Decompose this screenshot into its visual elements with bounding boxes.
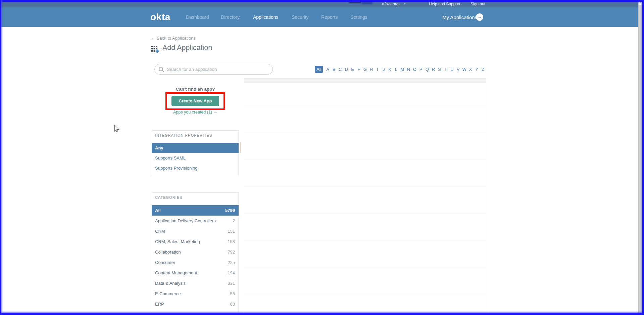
alphabet-letter[interactable]: V	[455, 67, 461, 72]
main-navbar: okta Dashboard Directory Applications Se…	[0, 7, 644, 27]
cant-find-app-heading: Can't find an app?	[152, 87, 239, 92]
category-all[interactable]: 5799All	[152, 205, 239, 216]
nav-item-security[interactable]: Security	[292, 14, 309, 20]
alphabet-letter[interactable]: Z	[480, 67, 486, 72]
filter-sidebar: INTEGRATION PROPERTIES Any Supports SAML…	[152, 130, 239, 315]
window-frame	[0, 313, 644, 315]
faded-app-list	[244, 83, 486, 315]
alphabet-letter[interactable]: N	[405, 67, 412, 72]
search-icon	[158, 66, 164, 73]
nav-item-dashboard[interactable]: Dashboard	[186, 14, 209, 20]
integration-properties-header: INTEGRATION PROPERTIES	[152, 131, 238, 143]
alphabet-letter[interactable]: U	[449, 67, 455, 72]
alphabet-letter[interactable]: R	[430, 67, 437, 72]
alphabet-letter[interactable]: G	[362, 67, 368, 72]
nav-item-reports[interactable]: Reports	[321, 14, 338, 20]
alphabet-letter[interactable]: B	[331, 67, 337, 72]
window-frame	[642, 0, 644, 315]
okta-logo[interactable]: okta	[150, 12, 170, 22]
filter-supports-saml[interactable]: Supports SAML	[152, 153, 238, 163]
caret-down-icon[interactable]: ▾	[404, 2, 406, 5]
alphabet-letter[interactable]: H	[368, 67, 375, 72]
okta-add-application-page: n2ws-org- ▾ Help and Support Sign out ok…	[0, 0, 644, 315]
back-link-label: Back to Applications	[157, 36, 196, 41]
alphabet-letter[interactable]: M	[399, 67, 405, 72]
alphabet-filter-all[interactable]: All	[315, 66, 323, 73]
category-row[interactable]: 55E-Commerce	[152, 288, 238, 299]
window-frame	[0, 0, 644, 2]
my-applications-link[interactable]: My Applications	[442, 14, 477, 20]
help-and-support-link[interactable]: Help and Support	[429, 2, 460, 6]
alphabet-letter[interactable]: Y	[474, 67, 480, 72]
nav-item-applications[interactable]: Applications	[253, 14, 279, 20]
alphabet-letter[interactable]: X	[467, 67, 474, 72]
category-row[interactable]: 792Collaboration	[152, 247, 238, 257]
alphabet-letter[interactable]: T	[443, 67, 449, 72]
categories-header: CATEGORIES	[152, 193, 238, 205]
mouse-cursor	[112, 124, 120, 135]
alphabet-letter[interactable]: E	[349, 67, 356, 72]
window-frame	[0, 0, 1, 315]
alphabet-letter[interactable]: F	[356, 67, 362, 72]
panel-header-strip	[244, 79, 486, 83]
alphabet-letter[interactable]: Q	[424, 67, 430, 72]
apps-you-created-link[interactable]: Apps you created (1) →	[152, 110, 239, 115]
alphabet-letter[interactable]: P	[418, 67, 424, 72]
integration-properties-section: INTEGRATION PROPERTIES Any Supports SAML…	[152, 130, 239, 176]
alphabet-letter[interactable]: A	[325, 67, 331, 72]
alphabet-letter[interactable]: O	[411, 67, 418, 72]
back-to-applications-link[interactable]: ← Back to Applications	[151, 36, 196, 41]
category-row[interactable]: 68ERP	[152, 299, 238, 309]
alphabet-letter[interactable]: K	[387, 67, 393, 72]
category-row[interactable]: 194Content Management	[152, 268, 238, 278]
category-row[interactable]: 331Data & Analysis	[152, 278, 238, 288]
annotation-highlight-box: Create New App	[165, 92, 225, 110]
category-row[interactable]: 151CRM	[152, 226, 238, 236]
my-applications-arrow-icon[interactable]: →	[476, 13, 483, 21]
filter-supports-provisioning[interactable]: Supports Provisioning	[152, 163, 238, 173]
alphabet-letter[interactable]: W	[461, 67, 467, 72]
back-arrow-icon: ←	[151, 36, 155, 41]
app-results-panel	[244, 78, 486, 315]
render-artifact	[240, 142, 241, 153]
alphabet-letter[interactable]: C	[337, 67, 343, 72]
org-name[interactable]: n2ws-org-	[382, 2, 400, 6]
nav-item-directory[interactable]: Directory	[221, 14, 240, 20]
add-application-icon	[151, 45, 159, 53]
alphabet-filter: All A B C D E F G H I J K L M N O P Q R …	[315, 65, 486, 73]
alphabet-letter[interactable]: I	[374, 67, 381, 72]
alphabet-letter[interactable]: J	[381, 67, 387, 72]
app-search	[154, 64, 273, 75]
category-row[interactable]: 158CRM, Sales, Marketing	[152, 236, 238, 247]
alphabet-letter[interactable]: L	[393, 67, 399, 72]
category-row[interactable]: 225Consumer	[152, 257, 238, 268]
search-input[interactable]	[167, 64, 267, 74]
category-row[interactable]: 2Application Delivery Controllers	[152, 216, 238, 226]
categories-section: CATEGORIES 5799All 2Application Delivery…	[152, 192, 239, 315]
sign-out-link[interactable]: Sign out	[470, 2, 485, 6]
page-title: Add Application	[162, 44, 212, 52]
alphabet-letter[interactable]: D	[343, 67, 350, 72]
alphabet-letter[interactable]: S	[436, 67, 443, 72]
create-app-promo: Can't find an app? Create New App Apps y…	[152, 87, 239, 115]
filter-any[interactable]: Any	[152, 143, 239, 153]
create-new-app-button[interactable]: Create New App	[171, 96, 219, 106]
nav-item-settings[interactable]: Settings	[350, 14, 367, 20]
